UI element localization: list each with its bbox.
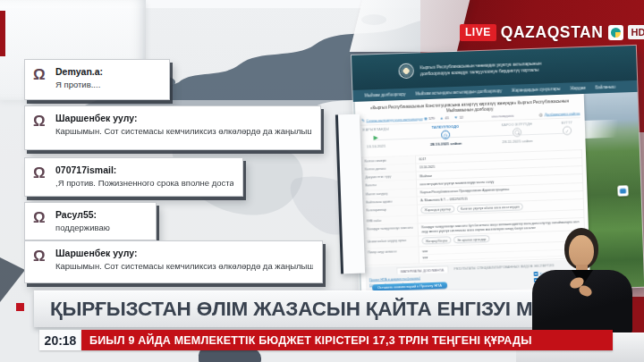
live-badge: LIVE [460,24,496,41]
tv-frame: Кыргыз Республикасынын ченемдик укуктук … [0,0,644,362]
like-icon[interactable]: ▲ [439,115,444,120]
follow-icon: ✎ [361,119,365,123]
hd-badge: HD [628,25,644,39]
decision-pill[interactable]: Жогорку Кеңеш [422,237,452,245]
avatar-icon: Ω [33,210,46,225]
comment-author: Demyan.a: [55,66,160,77]
channel-name: QAZAQSTAN [501,23,604,42]
comment-author: Шаршенбек уулу: [55,248,313,258]
back-to-projects-link[interactable]: Долбоорлорго кайтуу [545,111,580,116]
dislikes-count: 12 [459,115,463,120]
category-pill[interactable]: Калктын укуктук абалы жана конституция [457,203,523,212]
ticker-text: БИЫЛ 9 АЙДА МЕМЛЕКЕТТІК БЮДЖЕТ КІРІСТЕРІ… [81,334,532,347]
toolbar-note: маалымдама [467,113,538,119]
portal-nav-item[interactable]: Жарандардын сунуштары [512,87,561,93]
timeline-stage-discussion: Талкуулоодо ◷ 28.10.2021 чейин [419,123,473,147]
avatar-icon: Ω [33,248,46,264]
avatar-icon: Ω [33,165,46,181]
chat-widget-button[interactable] [617,185,628,196]
views-count: 579 [428,116,435,121]
decision-pill[interactable]: Эл аралык органдар [453,235,490,243]
portal-nav-item[interactable]: Жардам [570,86,585,91]
comment-text: Я против.... [55,80,160,89]
views-icon: ◉ [424,116,428,121]
qazaqstan-flag-icon [608,25,623,40]
comment-text: Каршымын. Сот системасы кемчиликсиз өлкө… [55,261,313,271]
background-wedge [0,257,25,302]
category-pill[interactable]: Жарандык укуктар [420,206,454,214]
portal-title: Кыргыз Республикасынын ченемдик укуктук … [419,60,541,77]
comment-card: Ω 070717ismail: ,Я против. Пожизненного … [24,157,243,197]
comment-card: Ω Шаршенбек уулу: Каршымын. Сот системас… [24,240,323,283]
interpreter-face [569,235,594,267]
gear-icon: ⚙ [538,112,543,117]
play-icon: ▶ [371,132,380,141]
headline-text: ҚЫРҒЫЗСТАН ӨЛІМ ЖАЗАСЫН ҚАЙТА ЕНГІЗУІ МҮ… [34,298,592,321]
comment-author: 070717ismail: [55,164,233,175]
timeline-stage-review: Кароо жүрүүдө 28.11.2021 чейин [490,122,545,145]
red-accent-strip-left [0,11,5,56]
follow-link[interactable]: Сунуш калтыруу үчүн катталыңыз [366,117,422,123]
avatar-icon: Ω [33,67,46,82]
dislike-icon[interactable]: ▼ [453,115,458,120]
timeline-stage-finished: Бүттү ✓ [540,120,595,139]
red-accent-square [16,303,24,311]
clock-icon: ◷ [441,130,450,139]
comment-card: Ω Расул55: поддерживаю [24,202,157,240]
comment-author: Шаршенбек уулу: [55,113,311,123]
portal-nav-item[interactable]: Байланыш [596,85,616,90]
comment-text: ,Я против. Пожизненного срока вполне дос… [55,178,233,188]
portal-nav-item[interactable]: Мыйзам долбоорлору [364,92,405,98]
news-ticker: БИЫЛ 9 АЙДА МЕМЛЕКЕТТІК БЮДЖЕТ КІРІСТЕРІ… [81,330,613,350]
chat-icon [620,189,626,194]
portal-nav-item[interactable]: Мыйзам астындагы актылардын долбоорлору [415,88,502,96]
background-panel-skewed [350,0,470,52]
comment-author: Расул55: [55,209,147,220]
kyrgyz-emblem-icon [398,63,414,80]
clock-time: 20:18 [39,330,81,350]
comment-text: поддерживаю [55,223,147,232]
search-icon [513,128,521,137]
comment-card: Ω Demyan.a: Я против.... [24,59,170,100]
tab-materials[interactable]: МАТЕРИАЛЫ ДОКУМЕНТА [396,266,448,274]
sign-language-interpreter [525,228,641,335]
comment-card: Ω Шаршенбек уулу: Каршымын. Сот системас… [24,105,321,150]
check-icon: ✓ [563,126,572,135]
channel-logo: LIVE QAZAQSTAN HD [460,22,644,42]
likes-count: 41 [445,115,449,120]
avatar-icon: Ω [33,114,46,129]
comment-text: Каршымын. Сот системасы кемчиликсиз өлкө… [55,126,311,136]
